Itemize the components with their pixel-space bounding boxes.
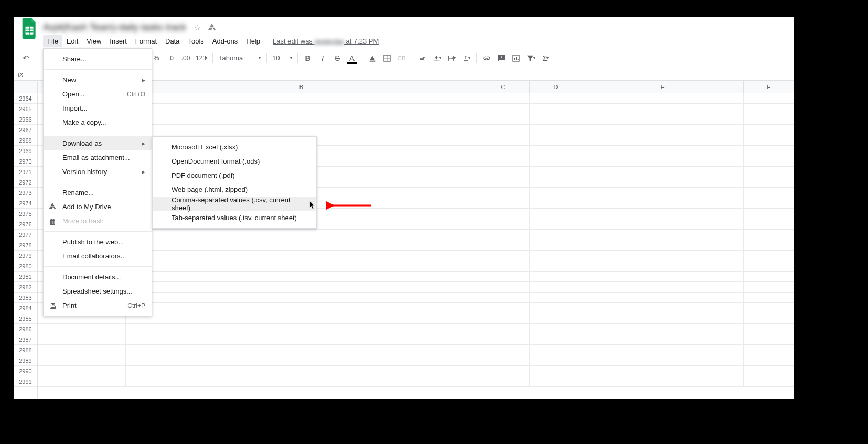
cell[interactable] xyxy=(530,198,582,209)
cell[interactable] xyxy=(582,272,744,282)
menu-format[interactable]: Format xyxy=(131,35,161,47)
cell[interactable] xyxy=(126,376,477,387)
row-header[interactable]: 2985 xyxy=(14,313,37,324)
cell[interactable] xyxy=(582,219,744,230)
cell[interactable] xyxy=(530,366,582,376)
cell[interactable] xyxy=(530,261,582,272)
sheets-logo-icon[interactable] xyxy=(20,19,39,38)
cell[interactable] xyxy=(744,366,794,376)
horizontal-align-icon[interactable]: ≡ ▾ xyxy=(415,51,429,65)
select-all-corner[interactable] xyxy=(14,81,37,93)
cell[interactable] xyxy=(126,125,477,135)
cell[interactable] xyxy=(530,114,582,125)
cell[interactable] xyxy=(530,93,582,104)
cell[interactable] xyxy=(582,156,744,167)
decrease-decimal-icon[interactable]: .0 xyxy=(164,51,178,65)
cell[interactable] xyxy=(477,324,530,334)
download-xlsx[interactable]: Microsoft Excel (.xlsx) xyxy=(153,140,316,154)
cell[interactable] xyxy=(582,334,744,345)
row-header[interactable]: 2991 xyxy=(14,376,37,387)
cell[interactable] xyxy=(744,282,794,293)
cell[interactable] xyxy=(582,355,744,366)
increase-decimal-icon[interactable]: .00 xyxy=(179,51,192,65)
menu-email-attachment[interactable]: Email as attachment... xyxy=(44,150,152,165)
row-header[interactable]: 2972 xyxy=(14,177,37,188)
text-rotation-icon[interactable]: ▾ xyxy=(459,51,473,65)
row-header[interactable]: 2977 xyxy=(14,230,37,240)
row-header[interactable]: 2984 xyxy=(14,303,37,313)
cell[interactable] xyxy=(744,355,794,366)
cell[interactable] xyxy=(744,188,794,198)
cell[interactable] xyxy=(477,345,530,355)
cell[interactable] xyxy=(477,230,530,240)
cell[interactable] xyxy=(744,376,794,387)
menu-new[interactable]: New▶ xyxy=(44,73,152,87)
cell[interactable] xyxy=(126,114,477,125)
cell[interactable] xyxy=(582,240,744,251)
column-header[interactable]: B xyxy=(126,81,477,93)
cell[interactable] xyxy=(38,376,126,387)
cell[interactable] xyxy=(530,345,582,355)
cell[interactable] xyxy=(582,198,744,209)
menu-addons[interactable]: Add-ons xyxy=(208,35,242,47)
cell[interactable] xyxy=(477,198,530,209)
last-edit-link[interactable]: Last edit was yesterday at 7:23 PM xyxy=(273,37,379,45)
menu-share[interactable]: Share... xyxy=(44,52,152,66)
borders-icon[interactable] xyxy=(380,51,394,65)
cell[interactable] xyxy=(477,376,530,387)
cell[interactable] xyxy=(477,272,530,282)
cell[interactable] xyxy=(744,156,794,167)
menu-data[interactable]: Data xyxy=(161,35,184,47)
cell[interactable] xyxy=(582,114,744,125)
bold-icon[interactable]: B xyxy=(301,51,315,65)
cell[interactable] xyxy=(126,272,477,282)
insert-link-icon[interactable] xyxy=(480,51,494,65)
column-header[interactable]: F xyxy=(744,81,794,93)
column-header[interactable]: E xyxy=(582,81,744,93)
row-header[interactable]: 2964 xyxy=(14,93,37,104)
insert-comment-icon[interactable] xyxy=(495,51,508,65)
cell[interactable] xyxy=(477,188,530,198)
cell[interactable] xyxy=(582,313,744,324)
cell[interactable] xyxy=(477,104,530,114)
cell[interactable] xyxy=(582,93,744,104)
cell[interactable] xyxy=(582,209,744,219)
vertical-align-icon[interactable]: ▾ xyxy=(430,51,444,65)
row-header[interactable]: 2974 xyxy=(14,198,37,209)
row-header[interactable]: 2970 xyxy=(14,156,37,167)
cell[interactable] xyxy=(744,209,794,219)
cell[interactable] xyxy=(582,376,744,387)
cell[interactable] xyxy=(744,272,794,282)
cell[interactable] xyxy=(126,104,477,114)
cell[interactable] xyxy=(530,104,582,114)
cell[interactable] xyxy=(477,303,530,313)
row-header[interactable]: 2989 xyxy=(14,355,37,366)
cell[interactable] xyxy=(477,125,530,135)
cell[interactable] xyxy=(744,251,794,261)
cell[interactable] xyxy=(530,125,582,135)
cell[interactable] xyxy=(38,324,126,334)
cell[interactable] xyxy=(477,135,530,146)
cell[interactable] xyxy=(582,125,744,135)
cell[interactable] xyxy=(477,334,530,345)
menu-print[interactable]: 🖶PrintCtrl+P xyxy=(44,298,152,312)
cell[interactable] xyxy=(477,93,530,104)
fill-color-icon[interactable] xyxy=(366,51,379,65)
cell[interactable] xyxy=(126,293,477,303)
cell[interactable] xyxy=(126,93,477,104)
cell[interactable] xyxy=(582,293,744,303)
cell[interactable] xyxy=(477,366,530,376)
cell[interactable] xyxy=(582,282,744,293)
more-formats-icon[interactable]: 123 ▾ xyxy=(194,51,209,65)
cell[interactable] xyxy=(477,313,530,324)
cell[interactable] xyxy=(126,313,477,324)
cell[interactable] xyxy=(126,261,477,272)
row-header[interactable]: 2967 xyxy=(14,125,37,135)
cell[interactable] xyxy=(126,345,477,355)
cell[interactable] xyxy=(744,303,794,313)
cell[interactable] xyxy=(530,219,582,230)
row-header[interactable]: 2983 xyxy=(14,293,37,303)
insert-chart-icon[interactable] xyxy=(509,51,523,65)
cell[interactable] xyxy=(530,146,582,156)
cell[interactable] xyxy=(126,366,477,376)
